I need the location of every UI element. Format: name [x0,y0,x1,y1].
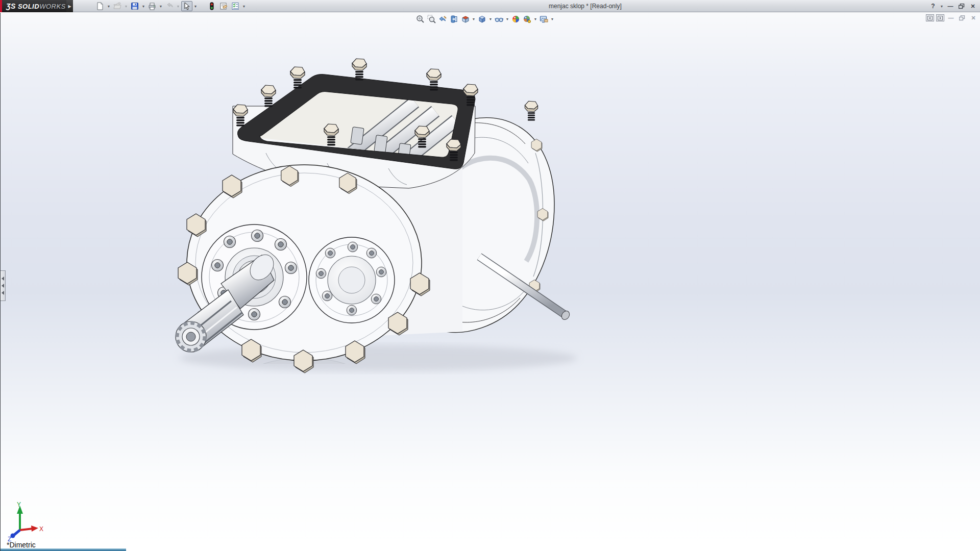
dropdown-caret-icon[interactable]: ▼ [550,14,555,24]
print-button[interactable] [146,1,158,11]
collapse-arrow-icon [2,291,4,295]
dropdown-caret-icon[interactable]: ▼ [158,1,163,11]
dropdown-caret-icon[interactable]: ▼ [241,1,247,11]
hide-show-items-button[interactable] [449,14,459,24]
view-settings-button[interactable] [538,14,549,24]
open-button[interactable] [112,1,123,11]
edit-appearance-button[interactable] [510,14,521,24]
hide-show-items-icon [450,15,458,23]
undo-icon [165,2,174,10]
rebuild-traffic-light-button[interactable] [206,1,217,11]
file-properties-icon [219,2,228,10]
previous-view-icon [438,15,447,23]
zoom-to-area-button[interactable] [426,14,437,24]
brand-red-stripe [0,0,2,12]
select-cursor-icon [183,2,191,10]
standard-toolbar: ▼ ▼ ▼ ▼ ▼ ▼ ▼ [94,0,247,12]
display-style-icon [495,15,503,23]
document-close-button[interactable]: ✕ [969,14,978,21]
dropdown-caret-icon[interactable]: ▼ [176,1,181,11]
restore-button[interactable] [957,2,967,11]
minimize-button[interactable]: — [945,2,955,11]
dropdown-caret-icon[interactable]: ▼ [471,14,476,24]
brand-text: ƷSSOLIDWORKS [6,2,66,10]
zoom-to-fit-button[interactable] [415,14,426,24]
print-icon [148,2,156,10]
collapse-arrow-icon [2,284,4,288]
new-document-icon [96,2,104,10]
close-button[interactable]: ✕ [968,2,978,11]
x-axis-label: X [39,525,43,533]
previous-view-button[interactable] [437,14,448,24]
dropdown-caret-icon[interactable]: ▼ [488,14,493,24]
options-button[interactable] [230,1,241,11]
dropdown-caret-icon[interactable]: ▼ [193,1,198,11]
document-restore-icon [959,15,965,21]
gearbox-3d-model [1,0,980,551]
document-window-controls: — ✕ [926,14,978,21]
pane-right-icon [938,16,943,20]
collapse-pane-left-button[interactable] [926,14,934,21]
window-controls: ? ▼ — ✕ [928,0,978,12]
undo-button[interactable] [164,1,175,11]
dropdown-caret-icon[interactable]: ▼ [939,1,944,11]
restore-icon [959,4,965,9]
dropdown-caret-icon[interactable]: ▼ [533,14,538,24]
select-button[interactable] [181,1,192,11]
graphics-viewport[interactable]: ▼ ▼ ▼ ▼ ▼ — ✕ [0,13,980,551]
edit-appearance-icon [511,15,520,23]
dropdown-caret-icon[interactable]: ▼ [141,1,146,11]
document-minimize-button[interactable]: — [946,14,955,21]
open-folder-icon [113,2,121,10]
view-orientation-label: *Dimetric [7,541,36,549]
save-icon [131,2,139,10]
view-settings-icon [540,15,548,23]
collapse-pane-right-button[interactable] [936,14,944,21]
x-axis-arrow-icon [31,525,38,532]
headsup-view-toolbar: ▼ ▼ ▼ ▼ ▼ [415,14,555,24]
save-button[interactable] [129,1,140,11]
dropdown-caret-icon[interactable]: ▼ [124,1,129,11]
collapse-arrow-icon [2,277,4,281]
status-strip-fragment [1,548,126,551]
apply-scene-icon [523,15,531,23]
zoom-to-fit-icon [416,15,425,23]
apply-scene-button[interactable] [522,14,532,24]
options-icon [231,2,239,10]
traffic-light-icon [208,2,216,10]
view-orientation-button[interactable] [477,14,487,24]
section-view-button[interactable] [460,14,471,24]
solidworks-logo: ƷSSOLIDWORKS [0,0,66,12]
reference-triad: Y X Z [4,502,44,542]
view-orientation-icon [478,15,486,23]
new-document-button[interactable] [94,1,106,11]
section-view-icon [461,15,470,23]
dropdown-caret-icon[interactable]: ▼ [505,14,510,24]
menu-expand-button[interactable]: ▶ [66,0,73,12]
display-style-button[interactable] [494,14,504,24]
zoom-to-area-icon [427,15,436,23]
document-title: menjac sklop * [Read-only] [549,3,622,10]
y-axis-label: Y [17,502,21,508]
ds-logo-glyph: ƷS [6,2,16,10]
help-button[interactable]: ? [928,2,938,11]
title-bar: ƷSSOLIDWORKS ▶ ▼ ▼ ▼ ▼ ▼ ▼ [0,0,980,12]
dropdown-caret-icon[interactable]: ▼ [106,1,111,11]
file-properties-button[interactable] [218,1,229,11]
feature-tree-flyout-handle[interactable] [1,270,6,301]
document-restore-button[interactable] [958,14,967,21]
pane-left-icon [927,16,933,20]
